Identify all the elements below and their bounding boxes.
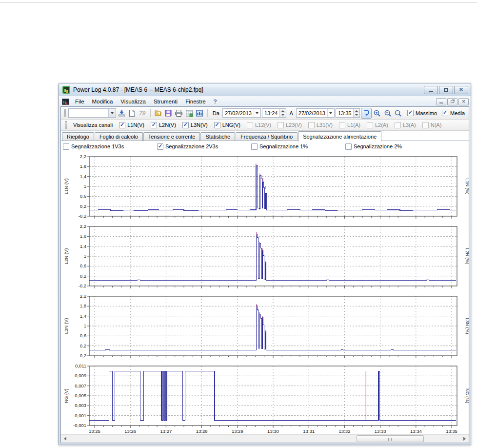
maximize-button[interactable]: [439, 86, 453, 94]
channel-l3n-checkbox[interactable]: [182, 122, 189, 128]
menu-help[interactable]: ?: [210, 98, 220, 105]
massimo-option[interactable]: Massimo: [407, 110, 437, 116]
download-button[interactable]: [117, 108, 126, 118]
channel-l2a: L2(A): [367, 122, 388, 128]
scrollbar-thumb[interactable]: [357, 435, 424, 442]
menu-strumenti[interactable]: Strumenti: [150, 98, 181, 105]
date-to-field[interactable]: 27/02/2013: [296, 108, 335, 118]
tab-segnalizzazione-alimentazione[interactable]: Segnalizzazione alimentazione: [298, 131, 381, 142]
time-to-value: 13:35: [336, 110, 354, 116]
channel-l2n[interactable]: L2N(V): [151, 122, 176, 128]
chart-l3n[interactable]: 2,21,81,410,60,2-0,2L3N (V)L3N (%): [61, 292, 469, 362]
channel-l3a-checkbox: [395, 122, 401, 128]
svg-text:0,005: 0,005: [75, 393, 86, 398]
menu-visualizza[interactable]: Visualizza: [117, 98, 150, 105]
new-document-button[interactable]: [127, 108, 137, 118]
spin-up-icon[interactable]: [280, 109, 286, 113]
tab-statistiche[interactable]: Statistiche: [200, 132, 235, 141]
svg-text:1,4: 1,4: [80, 313, 86, 319]
chart-l1n[interactable]: 2,21,81,410,60,2-0,2L1N (V)L1N (%): [61, 153, 469, 223]
menu-file[interactable]: File: [71, 98, 88, 105]
zoom-in-button[interactable]: [373, 108, 382, 118]
open-button[interactable]: [153, 108, 162, 118]
save-button[interactable]: [164, 108, 173, 118]
massimo-checkbox[interactable]: [407, 110, 414, 116]
chart-ng[interactable]: 0,0110,0090,0070,0050,0030,001-0,00113:2…: [61, 362, 469, 434]
spreadsheet-button[interactable]: [184, 108, 194, 118]
apply-interval-button[interactable]: [361, 108, 372, 119]
signal-options-row: Segnalizzazione 1V3s Segnalizzazione 2V3…: [61, 141, 469, 152]
time-from-value: 13:24: [262, 110, 280, 116]
signal-1v3s-checkbox[interactable]: [63, 143, 69, 150]
time-from-field[interactable]: 13:24: [262, 108, 287, 118]
tab-frequenza-squilibrio[interactable]: Frequenza / Squilibrio: [236, 132, 298, 141]
channel-label: L23(V): [286, 122, 302, 128]
signal-2v3s-option[interactable]: Segnalizzazione 2V3s: [157, 143, 251, 150]
title-bar[interactable]: Power Log 4.0.87 - [MEAS 6 -- MEAS 6-chi…: [59, 83, 471, 96]
signal-1pct-option[interactable]: Segnalizzazione 1%: [251, 143, 345, 150]
toolbar-separator: [404, 109, 404, 117]
channel-lng[interactable]: LNG(V): [214, 122, 240, 128]
mdi-minimize-button[interactable]: [436, 98, 446, 105]
session-combo[interactable]: [68, 108, 116, 118]
menu-finestre[interactable]: Finestre: [181, 98, 210, 105]
svg-text:1,8: 1,8: [80, 233, 86, 239]
channel-l23: L23(V): [278, 122, 302, 128]
chevron-down-icon: [111, 112, 114, 114]
zoom-reset-button[interactable]: [394, 108, 403, 118]
new-document-icon: [128, 109, 136, 117]
media-option[interactable]: Media: [442, 110, 465, 116]
tab-tensione-e-corrente[interactable]: Tensione e corrente: [143, 132, 200, 141]
date-to-dropdown[interactable]: [327, 109, 334, 117]
svg-text:13:31: 13:31: [303, 428, 315, 434]
minimize-button[interactable]: [424, 86, 438, 94]
svg-text:L3N (%): L3N (%): [465, 318, 469, 334]
chart-view-button[interactable]: [195, 108, 204, 118]
svg-text:0,007: 0,007: [75, 383, 86, 388]
signal-2v3s-checkbox[interactable]: [157, 143, 163, 150]
toolbar-grip: [65, 121, 67, 129]
close-button[interactable]: ✕: [454, 86, 468, 94]
document-icon[interactable]: [62, 99, 69, 105]
signal-1pct-checkbox[interactable]: [251, 143, 258, 150]
channel-l1n[interactable]: L1N(V): [119, 122, 144, 128]
tab-foglio-di-calcolo[interactable]: Foglio di calcolo: [95, 132, 143, 141]
massimo-label: Massimo: [416, 110, 437, 116]
spin-up-icon[interactable]: [354, 109, 359, 113]
media-checkbox[interactable]: [442, 110, 448, 116]
mdi-restore-icon: [451, 100, 454, 103]
channel-lng-checkbox[interactable]: [214, 122, 220, 128]
scroll-right-button[interactable]: [460, 435, 469, 443]
signal-1v3s-option[interactable]: Segnalizzazione 1V3s: [63, 143, 157, 150]
spin-down-icon[interactable]: [354, 113, 359, 118]
spin-down-icon[interactable]: [280, 113, 286, 118]
time-to-field[interactable]: 13:35: [336, 108, 360, 118]
signal-option-label: Segnalizzazione 2%: [354, 143, 402, 149]
zoom-out-button[interactable]: [383, 108, 393, 118]
channel-l1a-checkbox: [339, 122, 345, 128]
mdi-restore-button[interactable]: [447, 98, 457, 105]
signal-2pct-checkbox[interactable]: [345, 143, 352, 150]
date-from-dropdown[interactable]: [254, 109, 260, 117]
svg-text:-0,2: -0,2: [79, 353, 86, 358]
mdi-close-button[interactable]: ✕: [458, 98, 469, 105]
svg-text:0,2: 0,2: [80, 273, 86, 279]
chart-l2n[interactable]: 2,21,81,410,60,2-0,2L2N (V)L2N (%): [61, 223, 469, 292]
time-from-spinner[interactable]: [279, 109, 286, 117]
menu-modifica[interactable]: Modifica: [88, 98, 117, 105]
channel-l3n[interactable]: L3N(V): [182, 122, 208, 128]
signal-2pct-option[interactable]: Segnalizzazione 2%: [345, 143, 439, 150]
tab-riepilogo[interactable]: Riepilogo: [62, 132, 94, 141]
combo-dropdown-button[interactable]: [108, 109, 116, 117]
svg-text:0,6: 0,6: [80, 263, 86, 268]
date-from-field[interactable]: 27/02/2013: [222, 108, 261, 118]
time-to-spinner[interactable]: [353, 109, 359, 117]
app-window: Power Log 4.0.87 - [MEAS 6 -- MEAS 6-chi…: [59, 83, 471, 445]
channel-l1n-checkbox[interactable]: [119, 122, 125, 128]
print-button[interactable]: [174, 108, 183, 118]
arrow-right-icon: [463, 437, 466, 441]
scroll-left-button[interactable]: [61, 435, 69, 443]
horizontal-scrollbar[interactable]: [61, 434, 469, 443]
channel-l2n-checkbox[interactable]: [151, 122, 157, 128]
svg-text:1: 1: [84, 323, 86, 328]
